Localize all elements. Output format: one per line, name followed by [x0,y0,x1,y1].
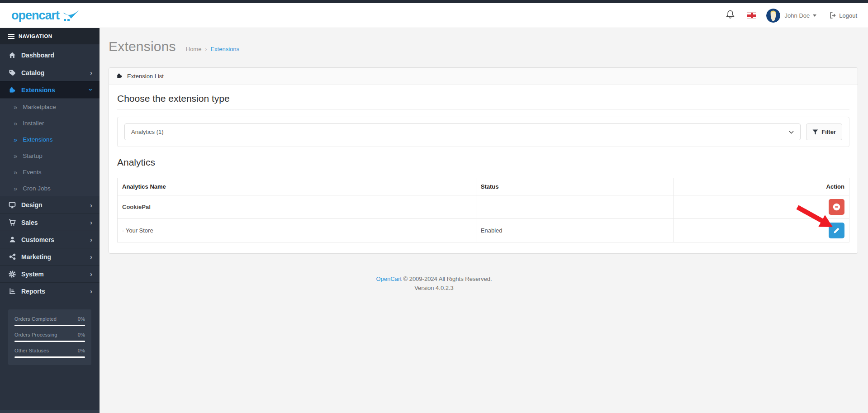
extension-status-cell [476,195,674,219]
disable-extension-button[interactable] [829,199,844,215]
footer: OpenCart © 2009-2024 All Rights Reserved… [50,275,818,293]
sidebar-item-label: Customers [21,236,54,243]
puzzle-icon [8,86,16,94]
store-status-cell: Enabled [476,219,674,242]
logout-icon [829,12,836,19]
card-header-title: Extension List [127,73,164,80]
user-name[interactable]: John Doe [785,12,810,19]
sidebar-subitem-label: Marketplace [23,104,56,110]
notifications-bell-icon[interactable] [726,9,735,21]
extension-type-filter-box: Analytics (1) Filter [117,117,849,147]
pencil-icon [833,227,840,234]
store-action-cell [674,219,849,242]
filter-button[interactable]: Filter [806,123,842,140]
sidebar-subitem-label: Events [23,169,41,176]
logout-button[interactable]: Logout [829,12,857,19]
double-angle-icon: » [14,103,17,111]
home-icon [8,52,16,59]
card-header: Extension List [109,68,858,85]
app-header: opencart John Doe [0,3,868,28]
cart-icon [8,219,16,226]
sidebar-subitem-label: Extensions [23,136,52,143]
breadcrumb-current[interactable]: Extensions [210,46,239,52]
column-header-analytics-name: Analytics Name [118,178,476,195]
browser-top-strip [0,0,868,3]
analytics-section-heading: Analytics [117,157,849,173]
footer-copyright: OpenCart © 2009-2024 All Rights Reserved… [50,275,818,284]
opencart-logo-text: opencart [11,9,59,22]
extension-type-select-value: Analytics (1) [131,128,164,135]
opencart-footer-link[interactable]: OpenCart [376,275,401,282]
chevron-down-icon: › [88,89,95,91]
sidebar-item-extensions[interactable]: Extensions › [0,81,100,98]
sidebar-item-marketplace[interactable]: » Marketplace [0,99,100,115]
sidebar-item-label: Dashboard [21,52,54,59]
sidebar-item-dashboard[interactable]: Dashboard [0,47,100,64]
sidebar-footer-strip [0,410,100,413]
chevron-right-icon: › [90,253,92,260]
sidebar-item-design[interactable]: Design › [0,196,100,214]
analytics-extensions-table: Analytics Name Status Action CookiePal [117,178,849,242]
opencart-logo[interactable]: opencart [11,9,79,22]
sidebar-item-extensions-sub[interactable]: » Extensions [0,131,100,147]
chevron-right-icon: › [90,202,92,209]
card-body: Choose the extension type Analytics (1) … [109,85,858,253]
user-avatar[interactable] [766,9,780,23]
user-menu-caret-icon[interactable] [813,14,816,17]
table-row-your-store: - Your Store Enabled [118,219,849,242]
tag-icon [8,69,16,76]
sidebar-item-startup[interactable]: » Startup [0,147,100,164]
table-header-row: Analytics Name Status Action [118,178,849,195]
chevron-right-icon: › [90,219,92,226]
stat-orders-processing: Orders Processing 0% [14,332,85,342]
extension-type-select[interactable]: Analytics (1) [124,123,801,140]
stat-value: 0% [78,348,85,353]
order-stats-panel: Orders Completed 0% Orders Processing 0%… [8,309,91,365]
sidebar-subitem-label: Cron Jobs [23,185,51,192]
stat-label: Other Statuses [14,348,49,353]
sidebar-item-cron-jobs[interactable]: » Cron Jobs [0,180,100,196]
stat-other-statuses: Other Statuses 0% [14,348,85,358]
double-angle-icon: » [14,152,17,160]
stat-orders-completed: Orders Completed 0% [14,316,85,326]
sidebar-item-catalog[interactable]: Catalog › [0,64,100,81]
copyright-text: © 2009-2024 All Rights Reserved. [402,275,492,282]
sidebar: NAVIGATION Dashboard Catalog › E [0,28,100,413]
sidebar-item-events[interactable]: » Events [0,164,100,180]
minus-circle-icon [833,203,840,211]
sidebar-subitem-label: Startup [23,152,43,159]
extension-list-card: Extension List Choose the extension type… [109,67,858,254]
double-angle-icon: » [14,168,17,176]
double-angle-icon: » [14,119,17,127]
logout-label: Logout [839,12,857,19]
language-flag-icon[interactable] [747,12,756,19]
page-title: Extensions [109,39,176,54]
breadcrumb-separator-icon: › [205,46,207,52]
hamburger-icon [8,34,14,39]
sidebar-item-label: Sales [21,219,38,226]
edit-extension-button[interactable] [829,223,844,238]
sidebar-item-installer[interactable]: » Installer [0,115,100,131]
store-name-cell: - Your Store [118,219,476,242]
stat-progress-bar [14,341,85,342]
breadcrumb: Home › Extensions [186,46,239,52]
extension-name-cell: CookiePal [118,195,476,219]
double-angle-icon: » [14,136,17,143]
sidebar-item-sales[interactable]: Sales › [0,214,100,231]
stat-progress-bar [14,325,85,326]
breadcrumb-home[interactable]: Home [186,46,202,52]
opencart-cart-icon [62,9,79,22]
gear-icon [8,271,16,278]
double-angle-icon: » [14,185,17,192]
chevron-right-icon: › [90,69,92,76]
filter-button-label: Filter [821,128,836,135]
column-header-action: Action [674,178,849,195]
sidebar-item-marketing[interactable]: Marketing › [0,248,100,265]
funnel-icon [812,129,818,135]
sidebar-subitem-label: Installer [23,120,44,127]
extensions-submenu: » Marketplace » Installer » Extensions »… [0,98,100,196]
stat-value: 0% [78,316,85,322]
monitor-icon [8,201,16,209]
share-icon [8,253,16,260]
sidebar-item-customers[interactable]: Customers › [0,231,100,248]
